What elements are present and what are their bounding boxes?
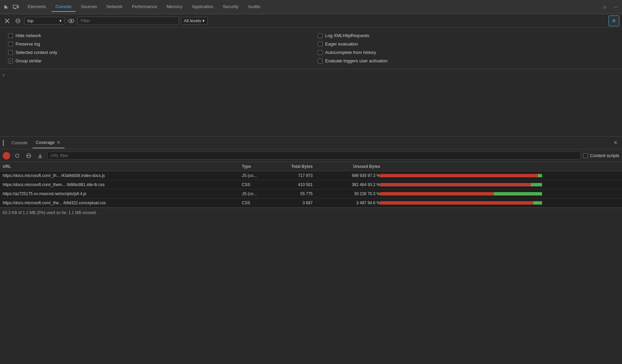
cell-type-0: JS (co...: [242, 173, 272, 178]
setting-evaluate-triggers[interactable]: Evaluate triggers user activation: [318, 58, 614, 63]
cell-unused-0: 698 935 97.3 %: [313, 173, 380, 178]
col-header-total: Total Bytes: [272, 164, 313, 169]
close-drawer-button[interactable]: ×: [612, 139, 619, 147]
table-row[interactable]: https://docs.microsoft.com/_th... /43a9d…: [0, 171, 622, 180]
bottom-panel: Console Coverage × ×: [0, 136, 622, 217]
cell-unused-2: 39 228 70.3 %: [313, 191, 380, 196]
levels-arrow-icon: ▾: [202, 18, 205, 23]
table-row[interactable]: https://az725175.vo.msecnd.net/scripts/j…: [0, 189, 622, 199]
console-prompt[interactable]: ›: [3, 72, 619, 78]
status-text: 62.3 KB of 1.1 MB (5%) used so far. 1.1 …: [3, 210, 97, 215]
cell-total-0: 717 973: [272, 173, 313, 178]
cell-type-2: JS (co...: [242, 191, 272, 196]
checkbox-log-xhr[interactable]: [318, 33, 322, 38]
levels-label: All levels: [184, 18, 201, 23]
more-options-icon[interactable]: ⋯: [612, 3, 619, 11]
table-header: URL Type Total Bytes Unused Bytes: [0, 162, 622, 171]
checkbox-preserve-log[interactable]: [8, 42, 13, 47]
content-scripts-label[interactable]: Content scripts: [583, 153, 619, 158]
setting-eager-eval[interactable]: Eager evaluation: [318, 41, 614, 47]
table-row[interactable]: https://docs.microsoft.com/_the... /b8d3…: [0, 199, 622, 208]
content-scripts-checkbox[interactable]: [583, 153, 588, 158]
record-button[interactable]: [3, 152, 10, 159]
label-preserve-log: Preserve log: [16, 41, 40, 47]
cursor-icon[interactable]: [3, 3, 10, 11]
bottom-tab-coverage[interactable]: Coverage ×: [32, 138, 65, 148]
tab-network[interactable]: Network: [103, 2, 127, 12]
cell-bar-0: [380, 174, 619, 178]
tab-elements[interactable]: Elements: [24, 2, 50, 12]
tab-audits[interactable]: Audits: [244, 2, 264, 12]
console-main-area: ›: [0, 69, 622, 136]
cell-url-0: https://docs.microsoft.com/_th... /43a9d…: [3, 173, 242, 178]
cell-type-3: CSS: [242, 201, 272, 205]
checkbox-hide-network[interactable]: [8, 33, 13, 38]
content-scripts-text: Content scripts: [590, 153, 619, 158]
settings-grid: Hide network Preserve log Selected conte…: [8, 33, 614, 63]
settings-gear-button[interactable]: ⚙: [609, 16, 619, 26]
prompt-chevron-icon: ›: [3, 72, 4, 78]
tab-security[interactable]: Security: [219, 2, 243, 12]
tab-sources[interactable]: Sources: [77, 2, 101, 12]
coverage-rows-container: https://docs.microsoft.com/_th... /43a9d…: [0, 171, 622, 208]
label-group-similar: Group similar: [16, 58, 41, 63]
setting-autocomplete-history[interactable]: Autocomplete from history: [318, 50, 614, 55]
label-eager-eval: Eager evaluation: [325, 41, 358, 47]
status-bar: 62.3 KB of 1.1 MB (5%) used so far. 1.1 …: [0, 208, 622, 217]
label-hide-network: Hide network: [16, 33, 41, 38]
cell-bar-3: [380, 201, 619, 205]
checkbox-evaluate-triggers[interactable]: [318, 59, 322, 63]
close-coverage-tab-button[interactable]: ×: [56, 140, 61, 146]
clear-button[interactable]: [24, 151, 33, 160]
table-row[interactable]: https://docs.microsoft.com/_them... /b66…: [0, 180, 622, 189]
checkbox-autocomplete-history[interactable]: [318, 50, 322, 55]
setting-selected-context[interactable]: Selected context only: [8, 50, 304, 55]
top-tab-bar: Elements Console Sources Network Perform…: [0, 0, 622, 14]
dropdown-arrow-icon: ▾: [59, 18, 62, 23]
bottom-tab-console[interactable]: Console: [8, 138, 31, 147]
label-evaluate-triggers: Evaluate triggers user activation: [325, 58, 388, 63]
drawer-dots-icon[interactable]: [3, 140, 4, 146]
cell-pct-2: 70.3 %: [368, 191, 380, 196]
setting-hide-network[interactable]: Hide network: [8, 33, 304, 38]
cell-unused-3: 3 487 94.6 %: [313, 201, 380, 205]
setting-log-xhr[interactable]: Log XMLHttpRequests: [318, 33, 614, 38]
checkbox-eager-eval[interactable]: [318, 42, 322, 47]
no-entry-button[interactable]: [13, 17, 22, 25]
tab-console[interactable]: Console: [51, 2, 76, 12]
emoji-icon[interactable]: ☺: [601, 3, 609, 11]
cell-pct-0: 97.3 %: [368, 173, 380, 178]
device-icon[interactable]: [12, 3, 20, 11]
settings-panel: Hide network Preserve log Selected conte…: [0, 28, 622, 69]
console-toolbar: top ▾ All levels ▾ ⚙: [0, 14, 622, 28]
export-button[interactable]: [36, 151, 45, 160]
clear-console-button[interactable]: [3, 17, 11, 25]
checkbox-group-similar[interactable]: ✓: [8, 59, 13, 63]
context-selector[interactable]: top ▾: [24, 17, 65, 25]
cell-url-3: https://docs.microsoft.com/_the... /b8d3…: [3, 201, 242, 205]
eye-icon-button[interactable]: [67, 17, 76, 25]
col-header-bar: [380, 164, 619, 169]
tab-application[interactable]: Application: [188, 2, 218, 12]
levels-selector[interactable]: All levels ▾: [181, 17, 208, 25]
cell-bar-1: [380, 183, 619, 187]
tab-performance[interactable]: Performance: [128, 2, 161, 12]
cell-total-2: 55 775: [272, 191, 313, 196]
tab-memory[interactable]: Memory: [163, 2, 187, 12]
url-filter-input[interactable]: [47, 152, 581, 159]
refresh-button[interactable]: [13, 151, 22, 160]
cell-type-1: CSS: [242, 182, 272, 187]
bottom-tab-bar: Console Coverage × ×: [0, 136, 622, 149]
cell-unused-1: 382 464 93.2 %: [313, 182, 380, 187]
col-header-type: Type: [242, 164, 272, 169]
svg-rect-1: [18, 6, 19, 8]
filter-input[interactable]: [78, 17, 179, 25]
setting-preserve-log[interactable]: Preserve log: [8, 41, 304, 47]
label-selected-context: Selected context only: [16, 50, 57, 55]
coverage-table: URL Type Total Bytes Unused Bytes https:…: [0, 162, 622, 208]
checkbox-selected-context[interactable]: [8, 50, 13, 55]
cell-bar-2: [380, 192, 619, 196]
cell-total-3: 3 687: [272, 201, 313, 205]
setting-group-similar[interactable]: ✓ Group similar: [8, 58, 304, 63]
checkmark-icon: ✓: [9, 59, 12, 63]
